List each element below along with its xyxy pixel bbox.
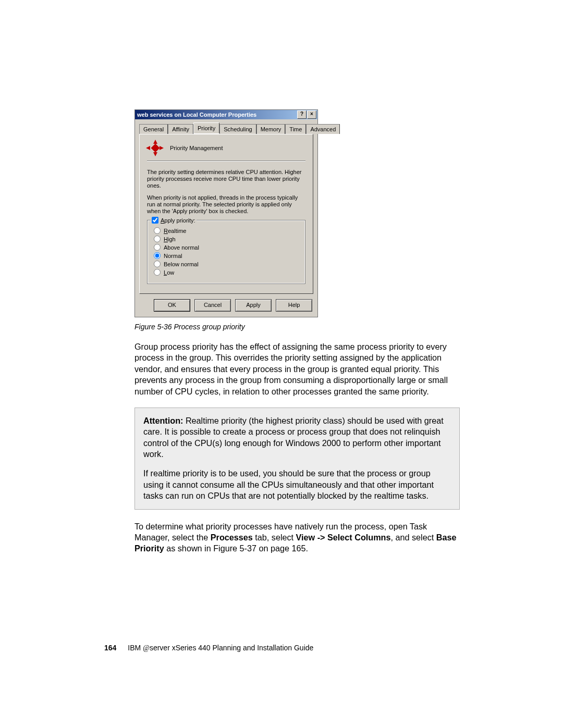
page-footer: 164 IBM @server xSeries 440 Planning and… bbox=[104, 644, 313, 652]
titlebar: web services on Local Computer Propertie… bbox=[135, 110, 317, 119]
radio-above-normal[interactable] bbox=[154, 244, 161, 251]
page-number: 164 bbox=[104, 644, 116, 652]
radio-below-normal[interactable] bbox=[154, 261, 161, 267]
apply-priority-group: Apply priority: Realtime High Above norm… bbox=[147, 220, 305, 284]
radio-normal[interactable] bbox=[154, 252, 161, 259]
priority-icon bbox=[147, 141, 163, 155]
label-normal: Normal bbox=[164, 253, 182, 259]
titlebar-close-button[interactable]: × bbox=[307, 110, 316, 119]
para-task-manager: To determine what priority processes hav… bbox=[134, 521, 460, 554]
apply-priority-checkbox[interactable] bbox=[152, 217, 158, 224]
figure-caption: Figure 5-36 Process group priority bbox=[134, 323, 460, 331]
tab-affinity[interactable]: Affinity bbox=[168, 124, 193, 134]
apply-priority-label: Apply priority: bbox=[161, 217, 195, 224]
properties-dialog: web services on Local Computer Propertie… bbox=[134, 109, 318, 317]
attention-rest-1: Realtime priority (the highest priority … bbox=[143, 416, 444, 459]
panel-heading: Priority Management bbox=[170, 145, 223, 151]
attention-lead: Attention: bbox=[143, 416, 183, 425]
priority-panel: Priority Management The priority setting… bbox=[139, 134, 313, 294]
attention-para-1: Attention: Realtime priority (the highes… bbox=[143, 415, 451, 460]
tab-scheduling[interactable]: Scheduling bbox=[219, 124, 256, 134]
label-high: High bbox=[164, 236, 176, 242]
priority-desc-1: The priority setting determines relative… bbox=[147, 169, 305, 189]
para-group-priority: Group process priority has the effect of… bbox=[134, 341, 460, 397]
tab-priority[interactable]: Priority bbox=[193, 122, 219, 133]
apply-button[interactable]: Apply bbox=[235, 299, 272, 312]
tab-strip: General Affinity Priority Scheduling Mem… bbox=[139, 122, 313, 134]
label-realtime: Realtime bbox=[164, 228, 186, 234]
titlebar-text: web services on Local Computer Propertie… bbox=[137, 112, 297, 118]
radio-realtime[interactable] bbox=[154, 227, 161, 234]
cancel-button[interactable]: Cancel bbox=[194, 299, 231, 312]
ok-button[interactable]: OK bbox=[154, 299, 190, 312]
label-above-normal: Above normal bbox=[164, 244, 199, 251]
priority-desc-2: When priority is not applied, threads in… bbox=[147, 194, 305, 215]
radio-low[interactable] bbox=[154, 269, 161, 276]
attention-para-2: If realtime priority is to be used, you … bbox=[143, 468, 451, 501]
help-button[interactable]: Help bbox=[276, 299, 312, 312]
attention-box: Attention: Realtime priority (the highes… bbox=[134, 408, 460, 510]
titlebar-help-button[interactable]: ? bbox=[297, 110, 307, 119]
tab-general[interactable]: General bbox=[139, 124, 168, 134]
footer-text: IBM @server xSeries 440 Planning and Ins… bbox=[128, 644, 313, 652]
label-below-normal: Below normal bbox=[164, 261, 199, 267]
tab-advanced[interactable]: Advanced bbox=[306, 124, 340, 134]
label-low: Low bbox=[164, 269, 174, 276]
tab-memory[interactable]: Memory bbox=[256, 124, 286, 134]
tab-time[interactable]: Time bbox=[285, 124, 306, 134]
radio-high[interactable] bbox=[154, 236, 161, 242]
